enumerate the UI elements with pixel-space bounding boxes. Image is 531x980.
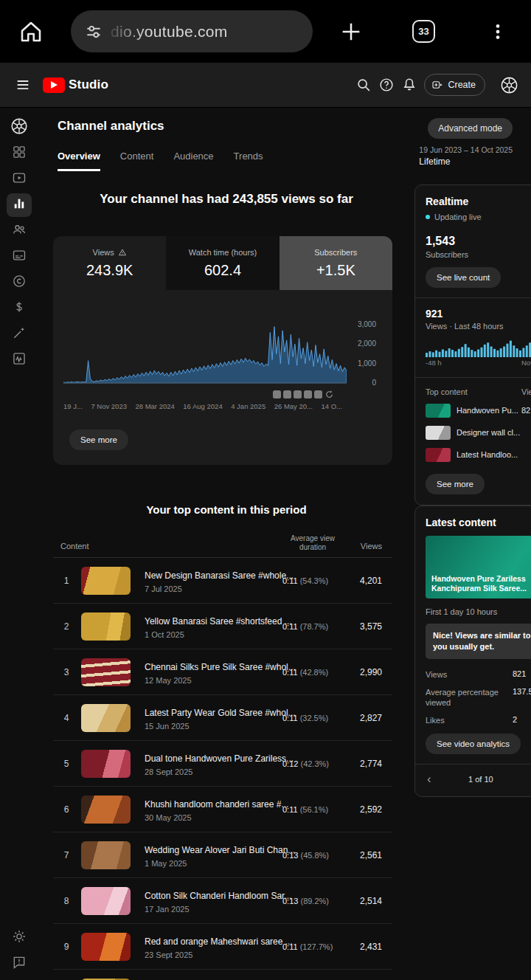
sidebar-item-dashboard[interactable]: [7, 142, 32, 165]
analytics-icon: [12, 196, 27, 214]
copyright-icon: [12, 274, 27, 291]
sidebar-channel-avatar[interactable]: [10, 117, 29, 136]
sidebar-item-settings[interactable]: [7, 926, 32, 950]
metric-tab-watch-time[interactable]: Watch time (hours) 602.4: [166, 236, 279, 290]
latest-likes-label: Likes: [426, 715, 504, 725]
table-row[interactable]: 1New Design Banarasi Saree #whole...7 Ju…: [53, 558, 392, 604]
realtime-content-item[interactable]: Designer wall cl...: [426, 421, 531, 444]
browser-chrome: dio.youtube.com 33: [0, 0, 531, 63]
video-thumbnail: [81, 796, 131, 824]
see-more-button[interactable]: See more: [69, 429, 128, 450]
x-axis-tick: 28 Mar 2024: [135, 402, 174, 410]
row-rank: 8: [60, 896, 72, 906]
table-row[interactable]: 4Latest Party Wear Gold Saree #whol...15…: [53, 695, 392, 741]
x-axis-tick: 26 May 20...: [274, 402, 313, 410]
table-row[interactable]: 8Cotton Silk Chanderi Handloom Sar...17 …: [53, 878, 392, 924]
video-thumbnail: [81, 933, 131, 961]
chevron-left-icon[interactable]: ‹: [427, 772, 431, 787]
table-row[interactable]: 2Yellow Banarasi Saree #shortsfeed ...1 …: [53, 604, 392, 649]
see-video-analytics-button[interactable]: See video analytics: [426, 734, 521, 754]
table-row[interactable]: 7Wedding Wear Alover Jari Buti Chan...1 …: [53, 832, 392, 878]
sidebar-item-earn[interactable]: [7, 297, 32, 320]
subtitles-icon: [12, 248, 27, 266]
tab-switcher[interactable]: 33: [412, 20, 435, 43]
video-thumbnail: [426, 404, 451, 418]
sidebar-item-feedback[interactable]: [7, 952, 32, 976]
site-settings-icon[interactable]: [84, 22, 103, 41]
x-axis-labels: 19 J...7 Nov 202328 Mar 202416 Aug 20244…: [63, 402, 342, 410]
notifications-bell-icon[interactable]: [401, 77, 417, 93]
home-icon[interactable]: [18, 18, 44, 45]
sidebar-item-subtitles[interactable]: [7, 245, 32, 269]
video-views: 2,827: [360, 713, 382, 723]
video-views: 821: [521, 406, 531, 415]
realtime-views-value: 921: [426, 308, 531, 320]
studio-brand[interactable]: Studio: [69, 77, 108, 92]
sidebar-item-community[interactable]: [7, 219, 32, 243]
audio-library-icon: [12, 351, 27, 369]
headline: Your channel has had 243,855 views so fa…: [38, 192, 414, 207]
video-thumbnail: [81, 750, 131, 778]
hamburger-menu-icon[interactable]: [15, 77, 31, 93]
url-bar[interactable]: dio.youtube.com: [71, 10, 313, 52]
sidebar-item-copyright[interactable]: [7, 271, 32, 294]
sidebar-item-content[interactable]: [7, 168, 32, 191]
realtime-content-item[interactable]: Latest Handloo...: [426, 444, 531, 466]
metric-tab-views[interactable]: Views 243.9K: [53, 236, 166, 290]
date-range-selector[interactable]: 19 Jun 2023 – 14 Oct 2025 Lifetime: [419, 145, 513, 167]
x-axis-tick: 14 O...: [321, 402, 342, 410]
sidebar: [0, 108, 38, 980]
content-icon: [12, 170, 27, 188]
video-title: Chennai Silks Pure Silk Saree #whol...: [145, 662, 296, 672]
table-row[interactable]: 5Dual tone Handwoven Pure Zariless...28 …: [53, 741, 392, 787]
table-row[interactable]: 6Khushi handloom chanderi saree #...30 M…: [53, 787, 392, 832]
create-label: Create: [448, 80, 476, 90]
browser-menu-icon[interactable]: [488, 22, 507, 41]
realtime-card: Realtime Updating live 1,543 Subscribers…: [414, 184, 531, 505]
video-title: Khushi handloom chanderi saree #...: [145, 799, 288, 810]
chart-canvas: [63, 308, 347, 384]
chart-zoom-controls[interactable]: [273, 390, 334, 399]
table-row[interactable]: [53, 970, 392, 980]
axis-now: Now: [521, 359, 531, 367]
help-icon[interactable]: [378, 77, 395, 93]
advanced-mode-button[interactable]: Advanced mode: [428, 118, 513, 139]
warning-icon: [118, 248, 127, 257]
sidebar-item-audio-library[interactable]: [7, 348, 32, 372]
search-icon[interactable]: [355, 77, 372, 93]
video-thumbnail: [81, 887, 131, 915]
latest-views-label: Views: [426, 669, 504, 680]
avg-view-duration: 0:11 (78.7%): [282, 622, 328, 631]
table-row[interactable]: 9Red and orange Maheshwari saree ...23 S…: [53, 924, 392, 970]
row-rank: 9: [60, 942, 72, 952]
video-date: 12 May 2025: [145, 676, 274, 685]
realtime-see-more-button[interactable]: See more: [426, 474, 485, 494]
metric-tab-subscribers[interactable]: Subscribers +1.5K: [280, 236, 392, 290]
row-rank: 5: [60, 759, 72, 769]
avg-view-duration: 0:12 (42.3%): [282, 759, 329, 768]
latest-content-title: Latest content: [426, 517, 531, 528]
latest-pagination: ‹ 1 of 10 ›: [426, 774, 531, 786]
y-axis-tick: 2,000: [344, 339, 376, 348]
chart-reset-icon[interactable]: [324, 390, 334, 399]
video-views: 3,575: [360, 621, 382, 632]
views-metric-value: 243.9K: [86, 262, 133, 279]
table-row[interactable]: 3Chennai Silks Pure Silk Saree #whol...1…: [53, 649, 392, 695]
dashboard-icon: [12, 145, 27, 162]
video-views: 4,201: [360, 576, 382, 586]
avg-view-duration: 0:13 (89.2%): [282, 897, 329, 905]
new-tab-icon[interactable]: [339, 19, 364, 44]
youtube-logo[interactable]: [43, 77, 65, 93]
create-button[interactable]: Create: [424, 74, 485, 96]
sidebar-item-customization[interactable]: [7, 322, 32, 346]
column-views: Views: [361, 542, 382, 551]
avg-view-duration: 0:11 (54.3%): [282, 576, 328, 585]
latest-video-thumbnail[interactable]: Handwoven Pure Zariless Kanchipuram Silk…: [426, 536, 531, 598]
sidebar-item-analytics[interactable]: [7, 193, 32, 217]
channel-avatar[interactable]: [499, 75, 519, 95]
video-thumbnail: [426, 426, 451, 440]
see-live-count-button[interactable]: See live count: [426, 267, 501, 288]
views-line-chart[interactable]: 3,000 2,000 1,000 0 19 J...7 Nov 202328 …: [53, 290, 392, 415]
video-date: 23 Sept 2025: [145, 950, 274, 959]
realtime-content-item[interactable]: Handwoven Pu...821: [426, 399, 531, 421]
